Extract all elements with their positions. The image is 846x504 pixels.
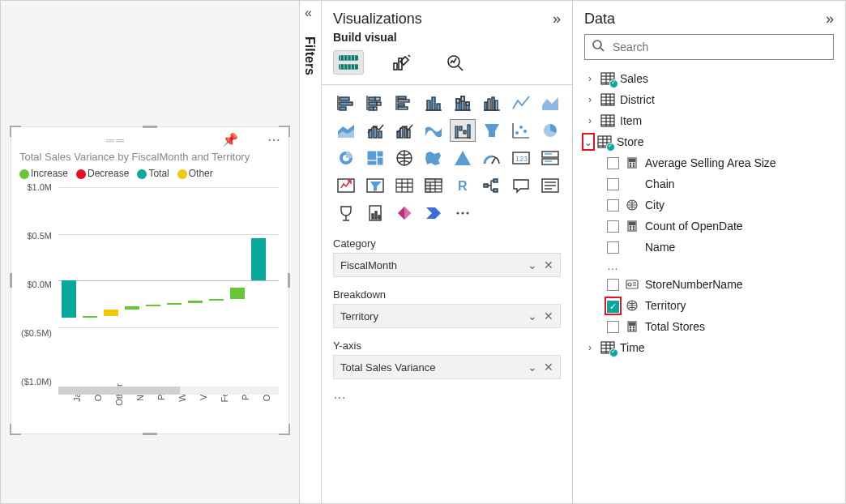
- viz-line-stacked-col-icon[interactable]: [362, 119, 388, 142]
- checkbox[interactable]: [607, 157, 619, 169]
- viz-pie-icon[interactable]: [537, 119, 563, 142]
- checkbox[interactable]: [607, 178, 619, 190]
- viz-power-apps-icon[interactable]: [391, 202, 417, 224]
- chevron-right-icon[interactable]: ›: [584, 342, 596, 353]
- table-time[interactable]: › Time: [584, 337, 834, 358]
- chevron-right-icon[interactable]: ›: [584, 73, 596, 84]
- resize-handle-l[interactable]: [10, 273, 12, 288]
- checkbox[interactable]: ✓: [607, 301, 619, 313]
- resize-handle-b[interactable]: [143, 433, 157, 435]
- chart-bar[interactable]: [104, 310, 118, 316]
- remove-field-icon[interactable]: ✕: [544, 258, 553, 271]
- chevron-down-icon[interactable]: ⌄: [528, 258, 537, 271]
- resize-handle-br[interactable]: [279, 424, 290, 435]
- field-avg-area[interactable]: Average Selling Area Size: [607, 152, 834, 173]
- viz-stacked-bar-2-icon[interactable]: [362, 92, 388, 114]
- more-field-wells[interactable]: …: [333, 387, 561, 402]
- chart-bar[interactable]: [146, 305, 160, 306]
- collapse-data-icon[interactable]: »: [826, 11, 834, 28]
- chart-bar[interactable]: [62, 280, 76, 318]
- field-city[interactable]: City: [607, 194, 834, 216]
- viz-qna-icon[interactable]: [508, 174, 534, 197]
- resize-handle-r[interactable]: [288, 273, 290, 288]
- pin-icon[interactable]: 📌: [222, 132, 238, 147]
- viz-card-icon[interactable]: 123: [508, 147, 534, 169]
- resize-handle-tr[interactable]: [279, 126, 290, 137]
- viz-line-clustered-col-icon[interactable]: [391, 119, 417, 142]
- viz-map-icon[interactable]: [391, 147, 417, 169]
- viz-matrix-icon[interactable]: [421, 174, 446, 197]
- ellipsis-row[interactable]: …: [607, 258, 834, 274]
- chevron-down-icon[interactable]: ⌄: [584, 137, 592, 148]
- search-input[interactable]: [611, 40, 827, 54]
- viz-power-automate-icon[interactable]: [421, 202, 446, 224]
- chevron-down-icon[interactable]: ⌄: [528, 361, 537, 374]
- checkbox[interactable]: [607, 199, 619, 211]
- breakdown-well[interactable]: Territory ⌄ ✕: [333, 304, 561, 328]
- chart-scrollbar[interactable]: [58, 387, 279, 395]
- checkbox[interactable]: [607, 279, 619, 291]
- field-storenum[interactable]: StoreNumberName: [607, 274, 834, 295]
- expand-filters-icon[interactable]: «: [305, 6, 312, 20]
- table-district[interactable]: › District: [584, 89, 834, 110]
- field-territory[interactable]: ✓ Territory: [607, 295, 834, 316]
- checkbox[interactable]: [607, 241, 619, 254]
- viz-stacked-column-icon[interactable]: [450, 92, 476, 114]
- viz-clustered-bar-icon[interactable]: [391, 92, 417, 114]
- viz-paginated-icon[interactable]: [362, 202, 388, 224]
- resize-handle-t[interactable]: [143, 126, 157, 128]
- collapse-visualizations-icon[interactable]: »: [553, 11, 561, 28]
- viz-scatter-icon[interactable]: [508, 119, 534, 142]
- viz-slicer-icon[interactable]: [362, 174, 388, 197]
- viz-waterfall-icon[interactable]: [450, 119, 476, 142]
- checkbox[interactable]: [607, 321, 619, 333]
- table-sales[interactable]: › Sales: [584, 68, 834, 89]
- viz-r-icon[interactable]: R: [450, 174, 476, 197]
- viz-column-icon[interactable]: [421, 92, 446, 114]
- viz-kpi-icon[interactable]: [333, 174, 359, 197]
- viz-table-icon[interactable]: [391, 174, 417, 197]
- viz-treemap-icon[interactable]: [362, 147, 388, 169]
- viz-donut-icon[interactable]: [333, 147, 359, 169]
- field-chain[interactable]: Chain: [607, 173, 834, 194]
- chevron-right-icon[interactable]: ›: [584, 94, 596, 105]
- chart-bar[interactable]: [83, 316, 97, 318]
- report-canvas[interactable]: ══ 📌 ⋯ Total Sales Variance by FiscalMon…: [1, 1, 299, 503]
- field-opendate[interactable]: Count of OpenDate: [607, 216, 834, 237]
- resize-handle-tl[interactable]: [10, 126, 21, 137]
- checkbox[interactable]: [607, 220, 619, 233]
- table-store[interactable]: ⌄ Store: [584, 131, 834, 152]
- viz-multirow-card-icon[interactable]: [537, 147, 563, 169]
- chart-bar[interactable]: [251, 238, 266, 280]
- filters-pane-collapsed[interactable]: « Filters: [299, 1, 322, 503]
- chevron-right-icon[interactable]: ›: [584, 115, 596, 126]
- chart-bar[interactable]: [209, 299, 224, 301]
- viz-filled-map-icon[interactable]: [421, 147, 446, 169]
- chart-bar[interactable]: [188, 301, 203, 302]
- chart-bar[interactable]: [230, 288, 245, 299]
- viz-line-icon[interactable]: [508, 92, 534, 114]
- chevron-down-icon[interactable]: ⌄: [528, 310, 537, 322]
- remove-field-icon[interactable]: ✕: [544, 361, 553, 374]
- chart-bar[interactable]: [125, 306, 139, 309]
- viz-clustered-column-icon[interactable]: [479, 92, 505, 114]
- chart-scrollbar-thumb[interactable]: [58, 387, 180, 395]
- remove-field-icon[interactable]: ✕: [544, 310, 553, 322]
- viz-ribbon-icon[interactable]: [421, 119, 446, 142]
- viz-narrative-icon[interactable]: [537, 174, 563, 197]
- viz-decomposition-icon[interactable]: [479, 174, 505, 197]
- viz-stacked-area-icon[interactable]: [333, 119, 359, 142]
- resize-handle-bl[interactable]: [10, 424, 21, 435]
- chart-visual[interactable]: ══ 📌 ⋯ Total Sales Variance by FiscalMon…: [11, 126, 289, 434]
- field-storename[interactable]: Name: [607, 237, 834, 258]
- chart-bar[interactable]: [167, 303, 182, 305]
- viz-funnel-icon[interactable]: [479, 119, 505, 142]
- viz-more-icon[interactable]: [450, 202, 476, 224]
- field-totalstores[interactable]: Total Stores: [607, 316, 834, 337]
- table-item[interactable]: › Item: [584, 110, 834, 131]
- viz-area-icon[interactable]: [537, 92, 563, 114]
- viz-azure-map-icon[interactable]: [450, 147, 476, 169]
- category-well[interactable]: FiscalMonth ⌄ ✕: [333, 253, 561, 277]
- analytics-tab[interactable]: [440, 50, 471, 75]
- viz-goals-icon[interactable]: [333, 202, 359, 224]
